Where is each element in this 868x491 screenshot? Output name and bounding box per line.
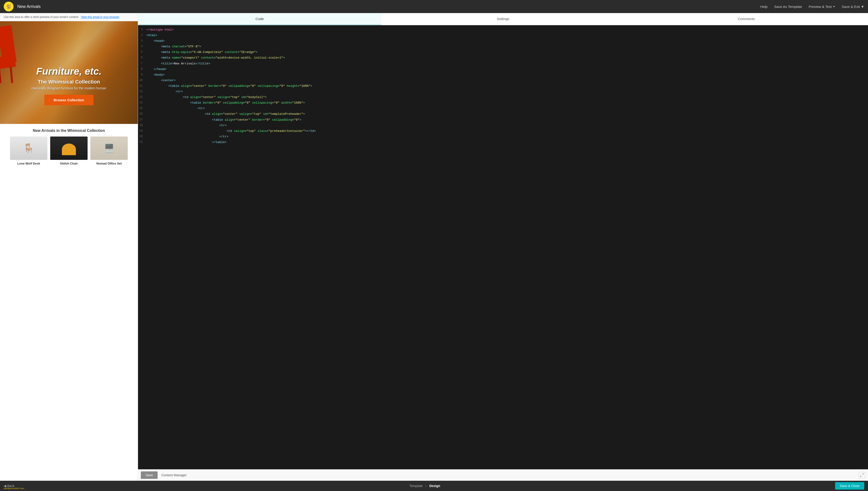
code-line: 6 <meta name="viewport" content="width=d… [138,55,868,61]
code-line: 14 <table border="0" cellpadding="0" cel… [138,100,868,106]
mailchimp-logo: 🐒 [4,2,13,11]
code-line: 12 <tr> [138,89,868,94]
product-image-1 [10,137,48,160]
hero-description: classically designed furniture for the m… [0,86,138,90]
top-nav-actions: Help Save As Template Preview & Test ▼ S… [760,5,864,9]
help-link[interactable]: Help [760,5,767,9]
code-line: 18 <tr> [138,123,868,128]
code-line: 7 <title>New Arrivals</title> [138,61,868,66]
view-in-browser-link[interactable]: View this email in your browser [81,16,119,19]
code-panel-tabs: Code Settings Comments [138,13,868,25]
code-line: 11 <table align="center" border="0" cell… [138,83,868,89]
product-item: Nomad Office Set [90,137,128,165]
product-item: Lone Wolf Desk [10,137,48,165]
save-close-button[interactable]: Save & Close [835,482,864,490]
code-line: 1 <!doctype html> [138,27,868,33]
save-template-link[interactable]: Save As Template [774,5,802,9]
code-line: 15 <tr> [138,106,868,111]
code-line: 17 <table align="center" border="0" cell… [138,117,868,123]
code-line: 16 <td align="center" valign="top" id="t… [138,111,868,117]
code-line: 5 <meta http-equiv="X-UA-Compatible" con… [138,50,868,55]
product-name-2: Shiloh Chair [50,162,88,165]
save-exit-chevron-icon: ▼ [861,5,864,9]
product-item: Shiloh Chair [50,137,88,165]
browse-collection-button[interactable]: Browse Collection [45,95,94,105]
preview-test-chevron-icon: ▼ [833,5,835,8]
breadcrumb: Template › Design [15,484,835,488]
preview-topbar-text: Use this area to offer a short preview o… [4,16,79,19]
code-line: 19 <td valign="top" class="preheaderCont… [138,128,868,134]
product-image-3 [90,137,128,160]
hero-subtitle: The Whimsical Collection [0,79,138,85]
code-line: 20 </tr> [138,134,868,140]
product-name-1: Lone Wolf Desk [10,162,48,165]
code-line: 13 <td align="center" valign="top" id="b… [138,94,868,100]
expand-icon[interactable] [859,472,865,479]
product-name-3: Nomad Office Set [90,162,128,165]
svg-text:🐒: 🐒 [6,4,11,9]
main-area: Use this area to offer a short preview o… [0,13,868,481]
campaign-title: New Arrivals [17,4,757,9]
breadcrumb-separator: › [425,484,427,488]
content-manager-link[interactable]: Content Manager [161,473,187,477]
code-line: 4 <meta charset="UTF-8"> [138,44,868,50]
email-preview: Furniture, etc. The Whimsical Collection… [0,21,138,481]
bottom-bar: ◀ Back Template › Design Save & Close wo… [0,481,868,491]
preview-panel: Use this area to offer a short preview o… [0,13,138,481]
hero-title: Furniture, etc. [0,66,138,77]
code-line: 3 <head> [138,38,868,44]
code-line: 8 </head> [138,66,868,72]
code-line: 9 <body> [138,72,868,78]
code-panel: Code Settings Comments 1 <!doctype html>… [138,13,868,481]
code-line: 2 <html> [138,33,868,38]
products-section: New Arrivals in the Whimsical Collection… [0,124,138,170]
code-line: 21 </table> [138,140,868,145]
tab-code[interactable]: Code [138,13,381,25]
tab-comments[interactable]: Comments [625,13,868,25]
save-exit-button[interactable]: Save & Exit ▼ [842,5,864,9]
hero-section: Furniture, etc. The Whimsical Collection… [0,21,138,124]
hero-content: Furniture, etc. The Whimsical Collection… [0,66,138,105]
code-line: 10 <center> [138,78,868,83]
tab-settings[interactable]: Settings [381,13,625,25]
products-grid: Lone Wolf Desk Shiloh Chair Nomad Office… [4,137,134,165]
product-image-2 [50,137,88,160]
code-editor[interactable]: 1 <!doctype html> 2 <html> 3 <head> 4 <m… [138,25,868,469]
products-heading: New Arrivals in the Whimsical Collection [4,128,134,133]
preview-test-button[interactable]: Preview & Test ▼ [809,5,835,9]
preview-topbar: Use this area to offer a short preview o… [0,13,138,21]
top-navigation: 🐒 New Arrivals Help Save As Template Pre… [0,0,868,13]
code-bottombar: Save Content Manager [138,469,868,481]
domain-label: worldjuniors2007.com [4,487,24,490]
code-save-button[interactable]: Save [141,471,158,479]
